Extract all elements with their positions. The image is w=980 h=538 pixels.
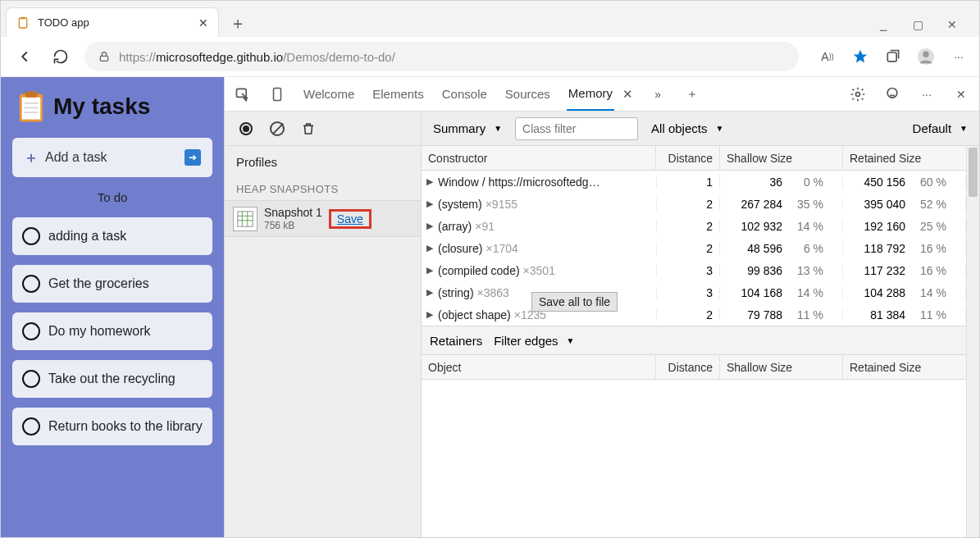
snapshot-name: Snapshot 1 (264, 206, 322, 220)
read-aloud-icon[interactable]: A)) (818, 48, 836, 66)
svg-point-5 (923, 52, 928, 57)
favorite-icon[interactable] (851, 48, 869, 66)
table-row[interactable]: ▶(system) ×91552267 28435 %395 04052 % (422, 193, 966, 215)
table-row[interactable]: ▶(string) ×38633104 16814 %104 28814 % (422, 281, 966, 303)
section-label: To do (12, 187, 212, 207)
retainers-header: Object Distance Shallow Size Retained Si… (422, 355, 966, 380)
filter-edges-dropdown[interactable]: Filter edges (494, 334, 574, 348)
svg-rect-8 (25, 92, 37, 98)
table-row[interactable]: ▶(compiled code) ×3501399 83613 %117 232… (422, 259, 966, 281)
task-item[interactable]: Get the groceries (12, 265, 212, 303)
device-icon[interactable] (267, 84, 287, 104)
svg-rect-13 (274, 88, 281, 100)
new-tab-button[interactable]: ＋ (224, 9, 252, 37)
close-window-icon[interactable]: ✕ (945, 17, 959, 32)
svg-rect-3 (887, 52, 896, 62)
heap-snapshots-label: HEAP SNAPSHOTS (225, 178, 421, 200)
close-tab-icon[interactable]: ✕ (622, 87, 633, 102)
class-filter-input[interactable] (515, 117, 638, 140)
tab-welcome[interactable]: Welcome (302, 87, 356, 101)
task-item[interactable]: Do my homework (12, 312, 212, 350)
task-item[interactable]: adding a task (12, 217, 212, 255)
col-distance[interactable]: Distance (656, 355, 720, 379)
tab-strip: TODO app ✕ ＋ ⎯ ▢ ✕ (1, 1, 979, 37)
scrollbar-thumb[interactable] (969, 148, 978, 197)
retainers-empty (422, 380, 966, 537)
col-retained[interactable]: Retained Size (843, 146, 966, 170)
tab-sources[interactable]: Sources (504, 87, 552, 101)
col-shallow[interactable]: Shallow Size (720, 146, 843, 170)
table-row[interactable]: ▶Window / https://microsoftedg… 1360 %45… (422, 171, 966, 193)
col-shallow[interactable]: Shallow Size (720, 355, 843, 379)
refresh-button[interactable] (48, 44, 73, 69)
todo-app: My tasks ＋ Add a task ➔ To do adding a t… (1, 77, 224, 537)
svg-rect-0 (19, 18, 26, 28)
memory-pane: Summary All objects Default Constructor … (422, 112, 979, 537)
col-constructor[interactable]: Constructor (422, 146, 656, 170)
minimize-icon[interactable]: ⎯ (876, 17, 891, 32)
circle-icon[interactable] (22, 227, 40, 245)
heap-table-rows: ▶Window / https://microsoftedg… 1360 %45… (422, 171, 966, 326)
plus-icon: ＋ (24, 148, 39, 167)
add-tab-icon[interactable]: ＋ (682, 84, 702, 104)
task-item[interactable]: Return books to the library (12, 408, 212, 445)
scrollbar[interactable] (966, 146, 979, 537)
close-icon[interactable]: ✕ (198, 16, 208, 30)
more-icon[interactable]: ··· (917, 84, 937, 104)
table-row[interactable]: ▶(closure) ×1704248 5966 %118 79216 % (422, 237, 966, 259)
retainers-label[interactable]: Retainers (430, 334, 482, 348)
heap-table-header: Constructor Distance Shallow Size Retain… (422, 146, 966, 171)
arrow-icon: ➔ (185, 149, 201, 166)
maximize-icon[interactable]: ▢ (910, 17, 925, 32)
lock-icon (98, 50, 111, 63)
circle-icon[interactable] (22, 322, 40, 340)
back-button[interactable] (12, 44, 37, 69)
clipboard-icon (16, 16, 30, 30)
record-button[interactable] (236, 119, 256, 139)
circle-icon[interactable] (22, 275, 40, 293)
app-title: My tasks (53, 93, 150, 120)
svg-rect-2 (100, 56, 107, 61)
circle-icon[interactable] (22, 417, 40, 435)
more-icon[interactable]: ··· (950, 48, 968, 66)
url-field[interactable]: https://microsoftedge.github.io/Demos/de… (84, 42, 799, 71)
add-task-button[interactable]: ＋ Add a task ➔ (12, 138, 212, 177)
inspect-icon[interactable] (233, 84, 253, 104)
table-row[interactable]: ▶(array) ×912102 93214 %192 16025 % (422, 215, 966, 237)
retainers-toolbar: Retainers Filter edges (422, 326, 966, 355)
devtools-panel: Welcome Elements Console Sources Memory … (224, 77, 979, 537)
table-row[interactable]: ▶(object shape) ×1235279 78811 %81 38411… (422, 303, 966, 326)
snapshot-item[interactable]: Snapshot 1 756 kB Save (225, 200, 421, 237)
col-retained[interactable]: Retained Size (843, 355, 966, 379)
circle-icon[interactable] (22, 370, 40, 388)
task-item[interactable]: Take out the recycling (12, 360, 212, 398)
tab-console[interactable]: Console (440, 87, 489, 101)
feedback-icon[interactable] (882, 84, 902, 104)
address-bar: https://microsoftedge.github.io/Demos/de… (1, 37, 979, 77)
default-dropdown[interactable]: Default (908, 121, 973, 135)
snapshot-size: 756 kB (264, 220, 322, 231)
summary-dropdown[interactable]: Summary (428, 121, 507, 135)
clear-button[interactable] (267, 119, 287, 139)
svg-point-15 (887, 88, 897, 98)
profiles-sidebar: Profiles HEAP SNAPSHOTS Snapshot 1 756 k… (225, 112, 422, 537)
svg-point-14 (856, 92, 860, 96)
gear-icon[interactable] (848, 84, 868, 104)
spreadsheet-icon (233, 207, 258, 231)
col-distance[interactable]: Distance (656, 146, 720, 170)
tab-memory[interactable]: Memory (567, 77, 614, 111)
delete-button[interactable] (299, 119, 318, 139)
close-devtools-icon[interactable]: ✕ (951, 84, 971, 104)
svg-rect-16 (238, 211, 253, 226)
collections-icon[interactable] (884, 48, 902, 66)
add-task-label: Add a task (45, 150, 107, 165)
tab-elements[interactable]: Elements (371, 87, 426, 101)
col-object[interactable]: Object (422, 355, 656, 379)
profiles-label: Profiles (225, 146, 421, 178)
browser-tab[interactable]: TODO app ✕ (6, 7, 219, 37)
overflow-icon[interactable]: » (648, 84, 668, 104)
profile-icon[interactable] (917, 48, 935, 66)
save-button[interactable]: Save (334, 211, 367, 227)
svg-rect-1 (21, 16, 25, 19)
all-objects-dropdown[interactable]: All objects (646, 121, 728, 135)
